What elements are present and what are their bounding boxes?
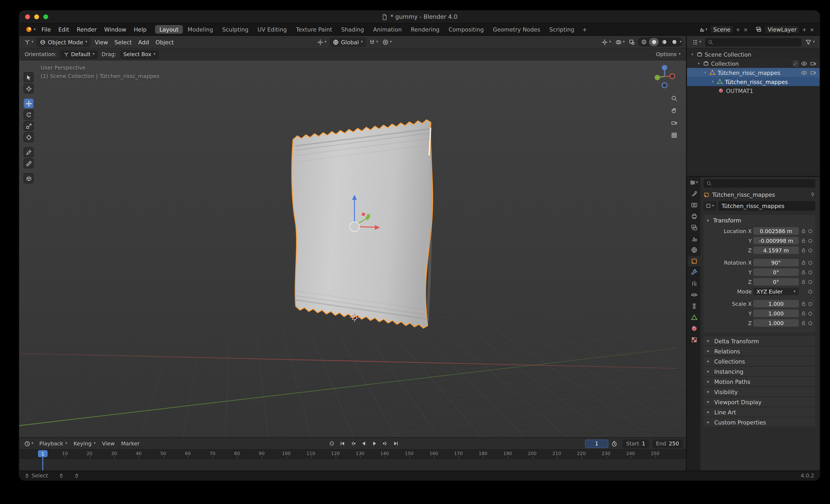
- properties-section-header[interactable]: ▸ Relations: [703, 346, 815, 355]
- workspace-tab[interactable]: Shading: [337, 25, 369, 34]
- zoom-control[interactable]: [669, 94, 679, 103]
- outliner-row-scene-collection[interactable]: ▾ Scene Collection: [687, 50, 820, 59]
- transform-orientation-dropdown[interactable]: Global ▾: [329, 37, 366, 47]
- annotate-tool-button[interactable]: [24, 147, 34, 157]
- animate-decorator[interactable]: [808, 302, 812, 306]
- animate-decorator[interactable]: [808, 229, 812, 233]
- outliner-row-mesh-data[interactable]: ▾ Tütchen_rissc_mappes: [687, 77, 820, 86]
- camera-view-control[interactable]: [669, 118, 679, 128]
- viewport-menu-item[interactable]: Add: [135, 38, 152, 46]
- mode-dropdown[interactable]: Object Mode ▾: [36, 37, 90, 47]
- object-name-field[interactable]: Tütchen_rissc_mappes: [718, 201, 816, 211]
- transform-value-field[interactable]: 0° ▾: [753, 278, 799, 286]
- rendered-shading-button[interactable]: [670, 38, 679, 46]
- tab-render[interactable]: [688, 200, 700, 210]
- view-layer-browse-button[interactable]: [754, 25, 763, 34]
- outliner-editor-type-button[interactable]: ▾: [690, 38, 703, 46]
- solid-shading-button[interactable]: [649, 38, 659, 46]
- wireframe-shading-button[interactable]: [639, 38, 649, 46]
- workspace-tab[interactable]: Layout: [155, 25, 183, 34]
- animate-decorator[interactable]: [808, 280, 812, 284]
- menubar-item[interactable]: Help: [130, 25, 150, 34]
- lock-icon[interactable]: [800, 320, 807, 325]
- transform-value-field[interactable]: 0.002586 m ▾: [753, 227, 799, 235]
- workspace-tab[interactable]: UV Editing: [253, 25, 291, 34]
- properties-section-header[interactable]: ▸ Line Art: [703, 407, 815, 416]
- toggle-xray-button[interactable]: [627, 38, 637, 46]
- show-overlays-button[interactable]: ▾: [614, 38, 626, 46]
- transform-value-field[interactable]: 1.000 ▾: [753, 300, 799, 308]
- material-preview-button[interactable]: [660, 38, 669, 46]
- tab-object[interactable]: [688, 256, 700, 266]
- frame-end-field[interactable]: End 250: [652, 439, 683, 448]
- timeline-menu-item[interactable]: Keying▾: [70, 439, 99, 447]
- view-layer-name-field[interactable]: ViewLayer: [765, 25, 800, 34]
- pan-control[interactable]: [669, 106, 679, 116]
- play-button[interactable]: [370, 439, 379, 447]
- current-frame-field[interactable]: 1: [585, 439, 609, 448]
- animate-decorator[interactable]: [808, 311, 812, 315]
- transform-value-field[interactable]: 1.000 ▾: [753, 319, 799, 327]
- tab-modifiers[interactable]: [688, 267, 700, 277]
- animate-decorator[interactable]: [808, 321, 812, 325]
- transform-value-field[interactable]: 0° ▾: [753, 269, 799, 276]
- tab-tool[interactable]: [688, 189, 700, 199]
- expand-icon[interactable]: ▾: [703, 70, 707, 75]
- measure-tool-button[interactable]: [24, 158, 34, 168]
- titlebar[interactable]: * gummy - Blender 4.0: [19, 11, 820, 23]
- timeline-track[interactable]: [19, 459, 686, 470]
- gizmo-x-neg-ball[interactable]: [670, 74, 675, 79]
- properties-section-header[interactable]: ▸ Delta Transform: [703, 336, 815, 345]
- properties-section-header[interactable]: ▸ Instancing: [703, 367, 815, 376]
- tab-texture[interactable]: [688, 335, 700, 345]
- remove-view-layer-button[interactable]: ×: [809, 26, 816, 32]
- object-id-chip[interactable]: ▾: [703, 201, 716, 211]
- transform-pivot-button[interactable]: ▾: [316, 38, 328, 46]
- tab-view-layer[interactable]: [688, 222, 700, 232]
- editor-type-button[interactable]: ▾: [23, 38, 35, 46]
- properties-section-header[interactable]: ▸ Visibility: [703, 387, 815, 396]
- lock-icon[interactable]: [800, 311, 807, 316]
- properties-search-input[interactable]: [714, 181, 813, 186]
- menubar-item[interactable]: Edit: [55, 25, 73, 34]
- outliner-filter-button[interactable]: ▾: [804, 38, 817, 46]
- add-cube-tool-button[interactable]: [24, 173, 34, 183]
- 3d-scene[interactable]: [19, 60, 686, 437]
- lock-icon[interactable]: [800, 279, 807, 284]
- timeline-editor-type-button[interactable]: ▾: [23, 439, 35, 448]
- collection-checkbox[interactable]: ✓: [793, 61, 798, 66]
- properties-section-header[interactable]: ▸ Motion Paths: [703, 377, 815, 386]
- transform-tool-button[interactable]: [24, 132, 34, 142]
- outliner-row-collection[interactable]: ▾ Collection ✓: [687, 59, 820, 68]
- menubar-item[interactable]: Window: [100, 25, 130, 34]
- play-reverse-button[interactable]: [359, 439, 368, 447]
- lock-icon[interactable]: [800, 248, 807, 253]
- cursor-tool-button[interactable]: [24, 83, 34, 93]
- rotate-tool-button[interactable]: [24, 109, 34, 120]
- properties-editor-type-button[interactable]: ▾: [688, 179, 700, 188]
- animate-decorator[interactable]: [808, 289, 812, 293]
- new-scene-button[interactable]: +: [735, 26, 741, 32]
- tab-scene[interactable]: [688, 233, 700, 244]
- auto-keying-button[interactable]: [327, 439, 336, 447]
- expand-icon[interactable]: ▾: [690, 52, 695, 57]
- hide-eye-icon[interactable]: [801, 60, 807, 67]
- timeline-ruler[interactable]: 1102030405060708090100110120130140150160…: [19, 450, 686, 459]
- snap-button[interactable]: ▾: [367, 38, 380, 46]
- tab-constraints[interactable]: [688, 301, 700, 311]
- transform-value-field[interactable]: 90° ▾: [753, 259, 799, 266]
- tab-object-data[interactable]: [688, 312, 700, 322]
- timeline-menu-item[interactable]: View▾: [99, 439, 118, 447]
- tab-particles[interactable]: [688, 279, 700, 289]
- scene-name-field[interactable]: Scene: [710, 25, 734, 34]
- jump-to-start-button[interactable]: [338, 439, 347, 447]
- tab-physics[interactable]: [688, 290, 700, 300]
- expand-icon[interactable]: ▾: [710, 80, 715, 84]
- expand-icon[interactable]: ▾: [697, 61, 701, 66]
- transform-value-field[interactable]: 4.1597 m ▾: [753, 247, 799, 254]
- animate-decorator[interactable]: [808, 248, 812, 252]
- workspace-tab[interactable]: Sculpting: [218, 25, 253, 34]
- unlink-scene-button[interactable]: ×: [742, 26, 749, 32]
- lock-icon[interactable]: [800, 238, 807, 243]
- workspace-tab[interactable]: Animation: [369, 25, 406, 34]
